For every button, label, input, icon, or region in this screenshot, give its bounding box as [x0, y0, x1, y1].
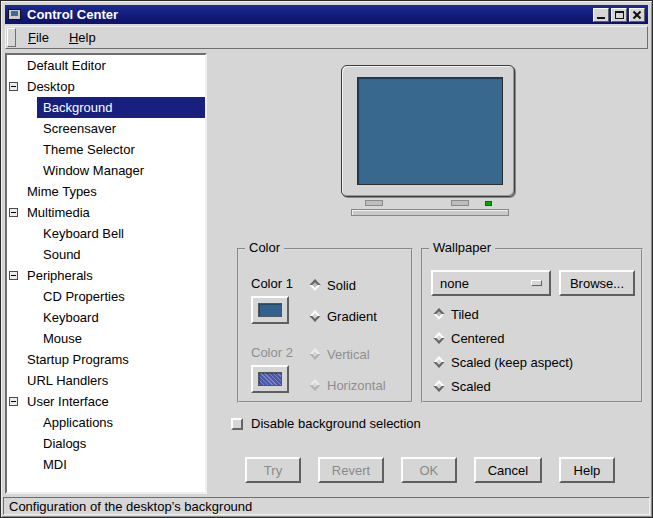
radio-tiled[interactable]: Tiled [433, 306, 479, 322]
radio-on-icon [433, 308, 444, 319]
collapse-icon[interactable] [9, 208, 18, 217]
tree-item-peripherals[interactable]: Peripherals [7, 265, 205, 286]
tree-item-window-manager[interactable]: Window Manager [7, 160, 205, 181]
tree-item-sound[interactable]: Sound [7, 244, 205, 265]
titlebar[interactable]: Control Center [5, 5, 648, 24]
color1-label: Color 1 [251, 276, 293, 292]
close-button[interactable] [629, 8, 645, 22]
background-preview [339, 63, 519, 219]
status-bar: Configuration of the desktop’s backgroun… [3, 497, 650, 515]
color2-picker-button[interactable] [251, 365, 289, 393]
radio-centered[interactable]: Centered [433, 330, 504, 346]
control-center-window: Control Center File Help Default Editor … [0, 0, 653, 518]
option-menu-indicator-icon [531, 280, 542, 286]
wallpaper-select[interactable]: none [431, 270, 551, 296]
tree-item-keyboard-bell[interactable]: Keyboard Bell [7, 223, 205, 244]
tree-item-applications[interactable]: Applications [7, 412, 205, 433]
color-frame-title: Color [245, 241, 284, 255]
menubar-drag-handle[interactable] [7, 28, 16, 47]
monitor-foot [365, 200, 383, 206]
tree-item-default-editor[interactable]: Default Editor [7, 55, 205, 76]
minimize-button[interactable] [593, 8, 609, 22]
tree-item-theme-selector[interactable]: Theme Selector [7, 139, 205, 160]
collapse-icon[interactable] [9, 271, 18, 280]
radio-solid[interactable]: Solid [309, 277, 356, 293]
radio-off-icon [309, 379, 320, 390]
radio-off-icon [433, 356, 444, 367]
collapse-icon[interactable] [9, 397, 18, 406]
radio-off-icon [433, 332, 444, 343]
radio-horizontal[interactable]: Horizontal [309, 377, 386, 393]
browse-button[interactable]: Browse... [559, 270, 635, 296]
capplet-tree: Default Editor Desktop Background Screen… [5, 53, 207, 494]
wallpaper-frame: Wallpaper none Browse... Tiled Centered … [421, 248, 643, 403]
menubar: File Help [5, 26, 648, 49]
color-frame: Color Color 1 Solid Gradient Color 2 Ver… [237, 248, 413, 403]
radio-on-icon [309, 279, 320, 290]
monitor-screen-preview [357, 77, 503, 185]
tree-item-mouse[interactable]: Mouse [7, 328, 205, 349]
monitor-foot [451, 200, 469, 206]
radio-off-icon [309, 310, 320, 321]
tree-item-multimedia[interactable]: Multimedia [7, 202, 205, 223]
radio-scaled-keep-aspect[interactable]: Scaled (keep aspect) [433, 354, 573, 370]
window-icon [8, 9, 21, 20]
color2-swatch [258, 372, 282, 386]
try-button[interactable]: Try [245, 457, 301, 483]
radio-vertical[interactable]: Vertical [309, 346, 370, 362]
window-title: Control Center [27, 7, 118, 22]
maximize-icon [615, 11, 624, 19]
tree-item-mdi[interactable]: MDI [7, 454, 205, 475]
wallpaper-frame-title: Wallpaper [429, 241, 495, 255]
checkbox-unchecked-icon [231, 418, 243, 430]
monitor-icon [341, 65, 515, 197]
power-led-icon [485, 201, 492, 206]
wallpaper-select-value: none [440, 276, 469, 291]
tree-item-user-interface[interactable]: User Interface [7, 391, 205, 412]
menu-help[interactable]: Help [59, 27, 106, 48]
tree-item-desktop[interactable]: Desktop [7, 76, 205, 97]
help-button[interactable]: Help [559, 457, 615, 483]
menu-file[interactable]: File [18, 27, 59, 48]
radio-gradient[interactable]: Gradient [309, 308, 377, 324]
tree-item-startup-programs[interactable]: Startup Programs [7, 349, 205, 370]
collapse-icon[interactable] [9, 82, 18, 91]
color2-label: Color 2 [251, 345, 293, 361]
radio-scaled[interactable]: Scaled [433, 378, 491, 394]
radio-off-icon [433, 380, 444, 391]
cancel-button[interactable]: Cancel [474, 457, 542, 483]
action-button-row: Try Revert OK Cancel Help [245, 457, 615, 483]
maximize-button[interactable] [611, 8, 627, 22]
tree-item-cd-properties[interactable]: CD Properties [7, 286, 205, 307]
tree-item-screensaver[interactable]: Screensaver [7, 118, 205, 139]
ok-button[interactable]: OK [401, 457, 457, 483]
tree-item-url-handlers[interactable]: URL Handlers [7, 370, 205, 391]
tree-item-dialogs[interactable]: Dialogs [7, 433, 205, 454]
tree-item-keyboard[interactable]: Keyboard [7, 307, 205, 328]
minimize-icon [597, 17, 605, 19]
disable-background-label: Disable background selection [251, 416, 421, 431]
keyboard-icon [351, 209, 509, 216]
status-text: Configuration of the desktop’s backgroun… [9, 499, 252, 514]
radio-off-icon [309, 348, 320, 359]
revert-button[interactable]: Revert [318, 457, 384, 483]
disable-background-checkbox[interactable]: Disable background selection [231, 416, 421, 431]
color1-picker-button[interactable] [251, 296, 289, 324]
tree-item-mime-types[interactable]: Mime Types [7, 181, 205, 202]
tree-item-background[interactable]: Background [7, 97, 205, 118]
color1-swatch [258, 303, 282, 317]
